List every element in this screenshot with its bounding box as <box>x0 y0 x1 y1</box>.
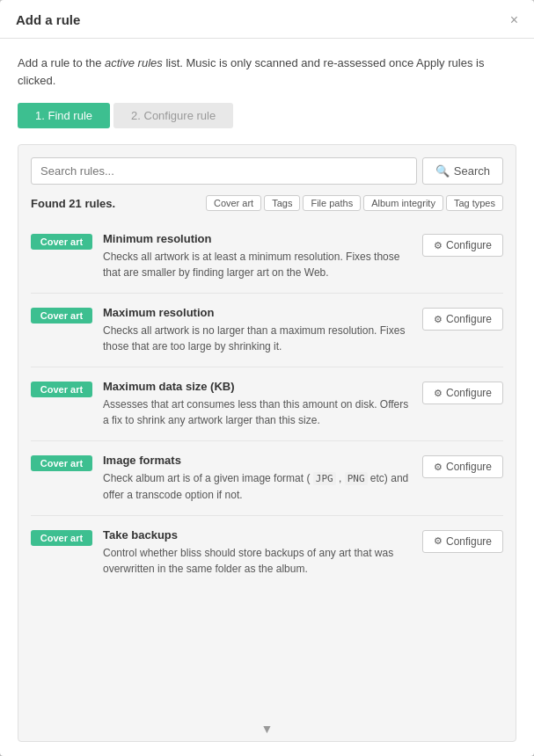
rule-item: Cover artMinimum resolutionChecks all ar… <box>31 220 503 293</box>
rule-item: Cover artMaximum resolutionChecks all ar… <box>31 293 503 367</box>
filter-tag[interactable]: Tag types <box>446 195 503 211</box>
gear-icon: ⚙ <box>434 240 443 251</box>
rule-title: Take backups <box>103 528 412 542</box>
modal-body: Add a rule to the active rules list. Mus… <box>0 39 534 756</box>
steps-row: 1. Find rule 2. Configure rule <box>18 103 516 128</box>
rule-description: Assesses that art consumes less than thi… <box>103 396 412 428</box>
gear-icon: ⚙ <box>434 462 443 473</box>
filter-tag[interactable]: File paths <box>303 195 361 211</box>
configure-button[interactable]: ⚙Configure <box>422 530 503 553</box>
configure-button[interactable]: ⚙Configure <box>422 308 503 331</box>
rule-description: Checks all artwork is at least a minimum… <box>103 249 412 280</box>
scroll-indicator: ▼ <box>31 718 503 741</box>
search-row: 🔍 Search <box>31 157 503 185</box>
rule-title: Image formats <box>103 454 412 467</box>
rule-description: Checks all artwork is no larger than a m… <box>103 323 412 354</box>
filter-tags: Cover artTagsFile pathsAlbum integrityTa… <box>206 195 503 211</box>
configure-button[interactable]: ⚙Configure <box>422 455 503 478</box>
rule-title: Maximum resolution <box>103 306 412 319</box>
results-header: Found 21 rules. Cover artTagsFile pathsA… <box>31 195 503 211</box>
search-panel: 🔍 Search Found 21 rules. Cover artTagsFi… <box>18 144 516 742</box>
gear-icon: ⚙ <box>434 314 443 325</box>
rules-list[interactable]: Cover artMinimum resolutionChecks all ar… <box>18 220 516 718</box>
rule-content: Take backupsControl whether bliss should… <box>103 528 412 577</box>
rule-badge: Cover art <box>31 382 92 397</box>
filter-tag[interactable]: Cover art <box>206 195 261 211</box>
modal-close-button[interactable]: × <box>510 13 518 27</box>
modal-dialog: Add a rule × Add a rule to the active ru… <box>0 0 534 756</box>
rule-content: Maximum data size (KB)Assesses that art … <box>103 380 412 428</box>
filter-tag[interactable]: Album integrity <box>363 195 443 211</box>
configure-button[interactable]: ⚙Configure <box>422 382 503 404</box>
step2-button: 2. Configure rule <box>113 103 233 128</box>
modal-title: Add a rule <box>16 12 80 27</box>
rule-item: Cover artMaximum data size (KB)Assesses … <box>31 367 503 440</box>
rule-description: Control whether bliss should store backu… <box>103 545 412 577</box>
configure-button[interactable]: ⚙Configure <box>422 234 503 257</box>
modal-header: Add a rule × <box>0 0 534 39</box>
rule-badge: Cover art <box>31 530 92 546</box>
rule-badge: Cover art <box>31 308 92 323</box>
step1-button[interactable]: 1. Find rule <box>18 103 110 128</box>
gear-icon: ⚙ <box>434 388 443 399</box>
rule-content: Maximum resolutionChecks all artwork is … <box>103 306 412 354</box>
search-input[interactable] <box>31 157 417 185</box>
search-icon: 🔍 <box>435 164 450 178</box>
filter-tag[interactable]: Tags <box>264 195 300 211</box>
rule-title: Minimum resolution <box>103 232 412 245</box>
rule-content: Image formatsCheck album art is of a giv… <box>103 454 412 503</box>
rule-description: Check album art is of a given image form… <box>103 470 412 503</box>
gear-icon: ⚙ <box>434 535 443 547</box>
found-count: Found 21 rules. <box>31 197 115 210</box>
rule-title: Maximum data size (KB) <box>103 380 412 393</box>
rule-content: Minimum resolutionChecks all artwork is … <box>103 232 412 280</box>
rule-item: Cover artImage formatsCheck album art is… <box>31 440 503 515</box>
rule-item: Cover artTake backupsControl whether bli… <box>31 515 503 589</box>
intro-text: Add a rule to the active rules list. Mus… <box>18 55 516 89</box>
rule-badge: Cover art <box>31 455 92 471</box>
search-button[interactable]: 🔍 Search <box>422 157 503 185</box>
rule-badge: Cover art <box>31 234 92 250</box>
